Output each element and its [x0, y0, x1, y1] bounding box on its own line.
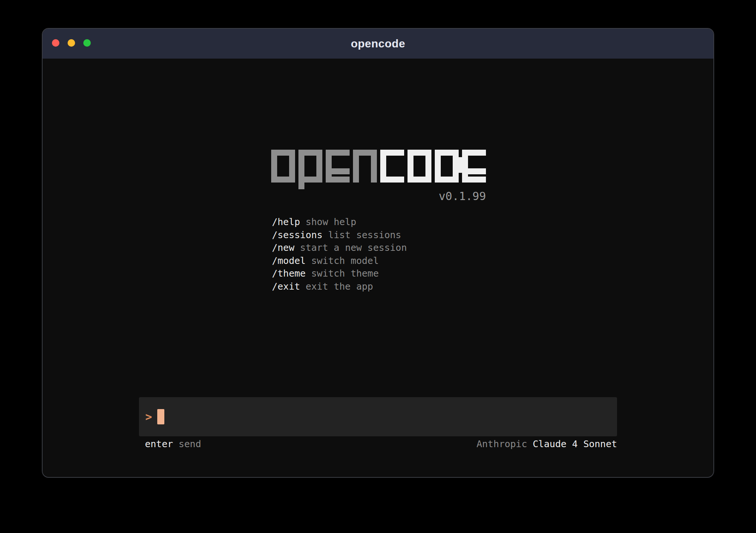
version-label: v0.1.99	[439, 189, 486, 203]
command-row: /sessionslist sessions	[272, 229, 407, 242]
logo-letter-o	[408, 150, 431, 183]
traffic-lights	[52, 39, 91, 47]
model-label: Claude 4 Sonnet	[533, 438, 617, 451]
logo-letter-c	[380, 150, 404, 183]
command-description: switch model	[311, 255, 379, 268]
logo-letter-e	[462, 150, 486, 183]
enter-key-label: enter	[145, 438, 173, 451]
prompt-input[interactable]: >	[139, 397, 617, 436]
command-description: switch theme	[311, 267, 379, 280]
command-row: /helpshow help	[272, 216, 407, 229]
command-row: /themeswitch theme	[272, 267, 407, 280]
command-name: /model	[272, 255, 306, 268]
send-action-label: send	[179, 438, 201, 451]
command-row: /exitexit the app	[272, 280, 407, 293]
logo-letter-d	[435, 150, 459, 183]
logo-letter-e	[326, 150, 350, 183]
prompt-chevron-icon: >	[145, 411, 152, 423]
opencode-wordmark	[271, 150, 486, 183]
command-name: /new	[272, 241, 294, 255]
text-cursor	[157, 409, 164, 424]
command-list: /helpshow help/sessionslist sessions/new…	[272, 216, 407, 293]
minimize-window-button[interactable]	[68, 39, 75, 47]
app-window: opencode v0.1.99 /helpshow help/sessions…	[42, 28, 714, 478]
command-row: /newstart a new session	[272, 241, 407, 255]
command-description: exit the app	[306, 280, 373, 293]
command-description: show help	[306, 216, 356, 229]
close-window-button[interactable]	[52, 39, 59, 47]
command-description: list sessions	[328, 229, 401, 242]
model-indicator: Anthropic Claude 4 Sonnet	[477, 438, 617, 451]
logo-letter-p	[298, 150, 322, 183]
command-row: /modelswitch model	[272, 255, 407, 268]
logo-letter-o	[271, 150, 295, 183]
command-name: /help	[272, 216, 300, 229]
command-name: /exit	[272, 280, 300, 293]
opencode-logo: v0.1.99	[271, 150, 486, 183]
logo-letter-n	[353, 150, 377, 183]
command-name: /sessions	[272, 229, 322, 242]
window-title: opencode	[351, 37, 405, 50]
zoom-window-button[interactable]	[83, 39, 91, 47]
provider-label: Anthropic	[477, 438, 527, 451]
window-titlebar[interactable]: opencode	[43, 29, 713, 59]
keybind-hint: enter send	[145, 438, 201, 451]
status-bar: enter send Anthropic Claude 4 Sonnet	[145, 438, 617, 451]
command-name: /theme	[272, 267, 306, 280]
command-description: start a new session	[300, 241, 407, 255]
